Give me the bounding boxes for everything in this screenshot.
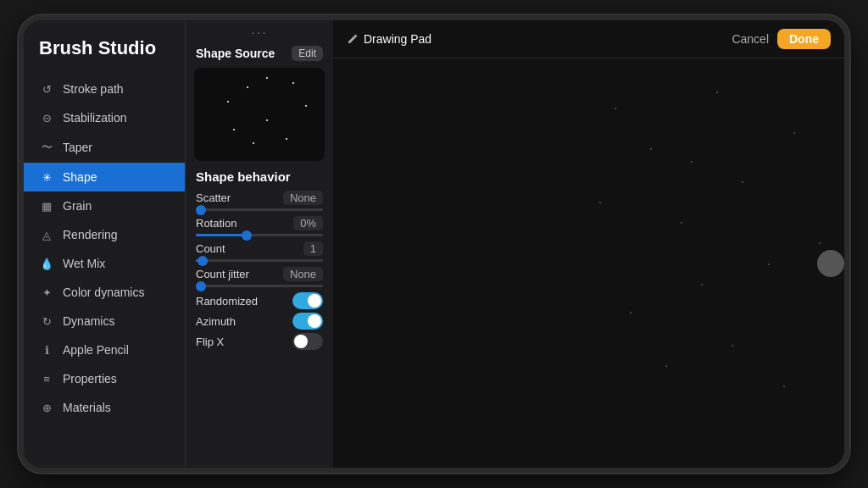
- scatter-slider[interactable]: [196, 208, 323, 211]
- sidebar-item-label: Rendering: [63, 228, 118, 241]
- side-handle[interactable]: [817, 250, 844, 277]
- rendering-icon: ◬: [39, 229, 54, 241]
- sidebar-item-label: Color dynamics: [63, 286, 144, 299]
- rotation-row: Rotation 0%: [196, 216, 323, 236]
- drawing-pad: Drawing Pad Cancel Done: [333, 20, 844, 468]
- drawing-pad-header: Drawing Pad Cancel Done: [333, 20, 844, 58]
- sidebar-item-stroke-path[interactable]: ↺ Stroke path: [24, 75, 185, 103]
- panel-dots: ···: [186, 20, 333, 42]
- sidebar-item-label: Properties: [63, 372, 117, 385]
- app-title: Brush Studio: [24, 37, 185, 75]
- sidebar-item-shape[interactable]: ✳ Shape: [24, 163, 185, 191]
- behavior-section: Shape behavior Scatter None Rotation 0%: [186, 161, 333, 468]
- scatter-label: Scatter: [196, 191, 231, 204]
- taper-icon: 〜: [39, 140, 54, 155]
- azimuth-row: Azimuth: [196, 313, 323, 330]
- sidebar-item-apple-pencil[interactable]: ℹ Apple Pencil: [24, 336, 185, 364]
- randomized-row: Randomized: [196, 292, 323, 309]
- sidebar-item-properties[interactable]: ≡ Properties: [24, 364, 185, 393]
- rotation-label: Rotation: [196, 217, 236, 230]
- sidebar-item-label: Materials: [63, 401, 111, 414]
- sidebar-item-label: Apple Pencil: [63, 343, 129, 357]
- stroke-path-icon: ↺: [39, 83, 54, 96]
- sidebar-item-dynamics[interactable]: ↻ Dynamics: [24, 307, 185, 336]
- sidebar-item-stabilization[interactable]: ⊝ Stabilization: [24, 103, 185, 132]
- tablet-frame: Brush Studio ↺ Stroke path ⊝ Stabilizati…: [19, 15, 849, 473]
- count-value: 1: [303, 241, 323, 256]
- grain-icon: ▦: [39, 200, 54, 213]
- randomized-toggle[interactable]: [292, 292, 323, 309]
- scatter-row: Scatter None: [196, 191, 323, 211]
- rotation-value: 0%: [293, 216, 323, 230]
- sidebar-item-materials[interactable]: ⊕ Materials: [24, 393, 185, 422]
- sidebar-item-label: Grain: [63, 199, 92, 213]
- rotation-slider[interactable]: [196, 234, 323, 236]
- wet-mix-icon: 💧: [39, 258, 54, 270]
- shape-preview: [194, 68, 325, 161]
- sidebar-item-label: Wet Mix: [63, 257, 105, 270]
- drawing-pad-title: Drawing Pad: [347, 32, 431, 46]
- shape-icon: ✳: [39, 171, 54, 184]
- drawing-pad-actions: Cancel Done: [732, 29, 831, 49]
- sidebar-item-rendering[interactable]: ◬ Rendering: [24, 220, 185, 249]
- drawing-canvas[interactable]: [333, 58, 844, 468]
- behavior-title: Shape behavior: [196, 169, 323, 184]
- edit-button[interactable]: Edit: [292, 46, 323, 61]
- stabilization-icon: ⊝: [39, 112, 54, 125]
- color-dynamics-icon: ✦: [39, 286, 54, 299]
- shape-source-header: Shape Source Edit: [186, 42, 333, 68]
- main-panel: ··· Shape Source Edit Shape behavior Sca…: [185, 20, 333, 468]
- flip-x-row: Flip X: [196, 333, 323, 350]
- count-jitter-row: Count jitter None: [196, 267, 323, 287]
- edit-pad-icon: [347, 33, 359, 45]
- shape-source-title: Shape Source: [196, 47, 275, 60]
- sidebar-item-label: Stroke path: [63, 82, 124, 96]
- sidebar-item-label: Stabilization: [63, 111, 127, 125]
- done-button[interactable]: Done: [777, 29, 831, 49]
- flip-x-label: Flip X: [196, 336, 224, 348]
- scatter-value: None: [283, 191, 323, 205]
- sidebar-item-label: Shape: [63, 170, 97, 184]
- sidebar-item-label: Dynamics: [63, 314, 114, 328]
- sidebar: Brush Studio ↺ Stroke path ⊝ Stabilizati…: [24, 20, 185, 468]
- dynamics-icon: ↻: [39, 315, 54, 328]
- count-jitter-label: Count jitter: [196, 268, 249, 280]
- azimuth-toggle[interactable]: [292, 313, 323, 330]
- sidebar-item-color-dynamics[interactable]: ✦ Color dynamics: [24, 278, 185, 307]
- properties-icon: ≡: [39, 373, 54, 385]
- sidebar-item-taper[interactable]: 〜 Taper: [24, 132, 185, 163]
- count-row: Count 1: [196, 241, 323, 262]
- cancel-button[interactable]: Cancel: [732, 32, 769, 46]
- sidebar-item-wet-mix[interactable]: 💧 Wet Mix: [24, 249, 185, 278]
- count-slider[interactable]: [196, 259, 323, 262]
- sidebar-item-grain[interactable]: ▦ Grain: [24, 191, 185, 220]
- materials-icon: ⊕: [39, 402, 54, 414]
- azimuth-label: Azimuth: [196, 315, 236, 328]
- randomized-label: Randomized: [196, 295, 258, 308]
- count-label: Count: [196, 242, 225, 255]
- sidebar-item-label: Taper: [63, 141, 92, 154]
- count-jitter-slider[interactable]: [196, 285, 323, 287]
- apple-pencil-icon: ℹ: [39, 344, 54, 357]
- count-jitter-value: None: [283, 267, 323, 281]
- flip-x-toggle[interactable]: [292, 333, 323, 350]
